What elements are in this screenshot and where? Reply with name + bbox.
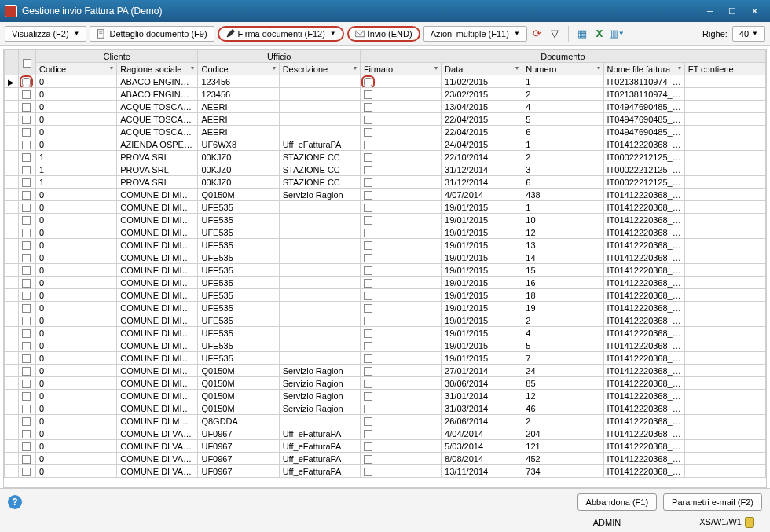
row-select[interactable] xyxy=(19,327,36,339)
cell-firmato[interactable] xyxy=(360,314,441,327)
columns-icon[interactable]: ▥▼ xyxy=(610,27,624,41)
row-select[interactable] xyxy=(19,277,36,289)
maximize-button[interactable]: ☐ xyxy=(721,3,743,19)
table-row[interactable]: 0COMUNE DI MIRANDOLAUFE53519/01/201516IT… xyxy=(5,277,766,289)
cell-firmato[interactable] xyxy=(360,352,441,365)
row-select[interactable] xyxy=(19,151,36,163)
table-row[interactable]: 0COMUNE DI MIRANDOLAQ0150MServizio Ragio… xyxy=(5,189,766,201)
close-button[interactable]: ✕ xyxy=(743,3,765,19)
grid-scroll[interactable]: Cliente Ufficio Documento Codice▾ Ragion… xyxy=(4,50,766,487)
export-grid-icon[interactable]: ▦ xyxy=(575,27,589,41)
col-codice[interactable]: Codice▾ xyxy=(36,63,117,75)
row-select[interactable] xyxy=(19,427,36,440)
table-row[interactable]: 0ABACO ENGINEERING SRL di Pipr12345623/0… xyxy=(5,88,766,101)
row-select[interactable] xyxy=(19,189,36,201)
row-select[interactable] xyxy=(19,214,36,226)
cell-firmato[interactable] xyxy=(360,214,441,226)
table-row[interactable]: 0ACQUE TOSCANE S.P.A.AEERI22/04/20156IT0… xyxy=(5,126,766,138)
table-row[interactable]: 0COMUNE DI MIRANDOLAUFE53519/01/201514IT… xyxy=(5,251,766,264)
filter-dropdown-icon[interactable]: ▾ xyxy=(273,64,276,72)
row-select[interactable] xyxy=(19,113,36,126)
cell-firmato[interactable] xyxy=(360,453,441,465)
cell-firmato[interactable] xyxy=(360,277,441,289)
row-select[interactable] xyxy=(19,239,36,251)
table-row[interactable]: 0COMUNE DI MIRANDOLAUFE53519/01/201510IT… xyxy=(5,214,766,226)
row-select[interactable] xyxy=(19,126,36,138)
col-firmato[interactable]: Firmato▾ xyxy=(360,63,441,75)
row-select[interactable] xyxy=(19,176,36,189)
filter-icon[interactable]: ▽ xyxy=(548,27,562,41)
row-select[interactable] xyxy=(19,289,36,302)
table-row[interactable]: 0COMUNE DI MIRANDOLAUFE53519/01/201512IT… xyxy=(5,226,766,239)
help-icon[interactable]: ? xyxy=(8,495,22,509)
row-select[interactable] xyxy=(19,302,36,314)
row-select[interactable] xyxy=(19,440,36,453)
table-row[interactable]: 0COMUNE DI VALSAMOGGIAUF0967Uff_eFattura… xyxy=(5,465,766,478)
cell-firmato[interactable] xyxy=(360,189,441,201)
table-row[interactable]: 0COMUNE DI MIRANDOLAUFE53519/01/20151IT0… xyxy=(5,201,766,214)
cell-firmato[interactable] xyxy=(360,390,441,402)
cell-firmato[interactable] xyxy=(360,440,441,453)
col-nomefile[interactable]: Nome file fattura▾ xyxy=(603,63,684,75)
row-select[interactable] xyxy=(19,264,36,277)
row-select[interactable] xyxy=(19,465,36,478)
table-row[interactable]: 0COMUNE DI MIRANDOLAQ0150MServizio Ragio… xyxy=(5,390,766,402)
filter-dropdown-icon[interactable]: ▾ xyxy=(515,64,519,72)
table-row[interactable]: 0COMUNE DI MIRANDOLAQ0150MServizio Ragio… xyxy=(5,402,766,415)
cell-firmato[interactable] xyxy=(360,377,441,390)
row-select[interactable] xyxy=(19,352,36,365)
row-select[interactable] xyxy=(19,402,36,415)
export-excel-icon[interactable]: X xyxy=(592,27,607,41)
parametri-button[interactable]: Parametri e-mail (F2) xyxy=(663,493,762,511)
cell-firmato[interactable] xyxy=(360,138,441,151)
row-select[interactable] xyxy=(19,226,36,239)
row-select[interactable] xyxy=(19,88,36,101)
table-row[interactable]: 0COMUNE DI VALSAMOGGIAUF0967Uff_eFattura… xyxy=(5,427,766,440)
abbandona-button[interactable]: Abbandona (F1) xyxy=(578,493,658,511)
row-select[interactable] xyxy=(19,415,36,427)
row-select[interactable] xyxy=(19,163,36,176)
cell-firmato[interactable] xyxy=(360,302,441,314)
cell-firmato[interactable] xyxy=(360,75,441,88)
minimize-button[interactable]: ─ xyxy=(699,3,721,19)
row-select[interactable] xyxy=(19,453,36,465)
filter-dropdown-icon[interactable]: ▾ xyxy=(434,64,438,72)
table-row[interactable]: 0COMUNE DI MIRANDOLAUFE53519/01/20154IT0… xyxy=(5,327,766,339)
cell-firmato[interactable] xyxy=(360,226,441,239)
row-select[interactable] xyxy=(19,251,36,264)
filter-dropdown-icon[interactable]: ▾ xyxy=(354,64,357,72)
table-row[interactable]: ▶0ABACO ENGINEERING SRL di Pipr12345611/… xyxy=(5,75,766,88)
table-row[interactable]: 0COMUNE DI MIRANDOLAUFE53519/01/201513IT… xyxy=(5,239,766,251)
select-all-header[interactable] xyxy=(19,50,36,75)
row-select[interactable] xyxy=(19,339,36,352)
filter-dropdown-icon[interactable]: ▾ xyxy=(191,64,194,72)
row-select[interactable] xyxy=(19,314,36,327)
visualizza-button[interactable]: Visualizza (F2)▼ xyxy=(5,26,86,42)
col-numero[interactable]: Numero▾ xyxy=(522,63,603,75)
cell-firmato[interactable] xyxy=(360,251,441,264)
azioni-button[interactable]: Azioni multiple (F11)▼ xyxy=(424,26,527,42)
cell-firmato[interactable] xyxy=(360,113,441,126)
cell-firmato[interactable] xyxy=(360,101,441,113)
table-row[interactable]: 0COMUNE DI VALSAMOGGIAUF0967Uff_eFattura… xyxy=(5,440,766,453)
cell-firmato[interactable] xyxy=(360,402,441,415)
cell-firmato[interactable] xyxy=(360,427,441,440)
row-select[interactable] xyxy=(19,201,36,214)
cell-firmato[interactable] xyxy=(360,289,441,302)
table-row[interactable]: 1PROVA SRL00KJZ0STAZIONE CC31/12/20146IT… xyxy=(5,176,766,189)
cell-firmato[interactable] xyxy=(360,327,441,339)
table-row[interactable]: 0COMUNE DI MIRANDOLAUFE53519/01/20157IT0… xyxy=(5,352,766,365)
cell-firmato[interactable] xyxy=(360,126,441,138)
table-row[interactable]: 0ACQUE TOSCANE S.P.A.AEERI22/04/20155IT0… xyxy=(5,113,766,126)
cell-firmato[interactable] xyxy=(360,264,441,277)
cell-firmato[interactable] xyxy=(360,339,441,352)
row-select[interactable] xyxy=(19,390,36,402)
righe-select[interactable]: 40▼ xyxy=(732,26,765,42)
table-row[interactable]: 0AZIENDA OSPEDALIERO UNIVERSUF6WX8Uff_eF… xyxy=(5,138,766,151)
table-row[interactable]: 0COMUNE DI MIRANDOLAUFE53519/01/201519IT… xyxy=(5,302,766,314)
firma-button[interactable]: Firma documenti (F12)▼ xyxy=(218,26,344,42)
table-row[interactable]: 0COMUNE DI MIRANDOLAQ0150MServizio Ragio… xyxy=(5,365,766,377)
table-row[interactable]: 0COMUNE DI MIRANDOLAUFE53519/01/201518IT… xyxy=(5,289,766,302)
col-ufficio-codice[interactable]: Codice▾ xyxy=(198,63,279,75)
filter-dropdown-icon[interactable]: ▾ xyxy=(597,64,600,72)
